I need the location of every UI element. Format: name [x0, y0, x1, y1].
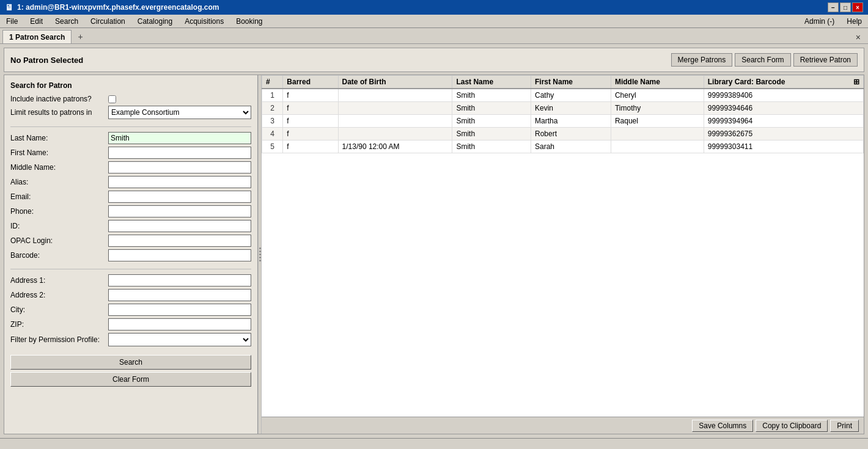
- phone-row: Phone:: [10, 205, 251, 217]
- filter-permission-select[interactable]: [108, 333, 251, 346]
- title-bar-controls: − □ ×: [828, 2, 863, 12]
- menu-acquisitions[interactable]: Acquisitions: [181, 16, 227, 27]
- results-panel: # Barred Date of Birth Last Name First N…: [262, 75, 864, 434]
- print-button[interactable]: Print: [830, 420, 859, 432]
- cell-lastname: Smith: [452, 102, 531, 115]
- no-patron-label: No Patron Selected: [10, 56, 83, 65]
- cell-barred: f: [283, 115, 338, 128]
- middle-name-input[interactable]: [108, 161, 251, 173]
- last-name-label: Last Name:: [10, 134, 108, 142]
- email-input[interactable]: [108, 191, 251, 203]
- cell-dob: [338, 128, 452, 141]
- col-header-num[interactable]: #: [262, 76, 283, 89]
- menu-file[interactable]: File: [2, 16, 21, 27]
- cell-barred: f: [283, 89, 338, 102]
- col-header-dob[interactable]: Date of Birth: [338, 76, 452, 89]
- minimize-button[interactable]: −: [828, 2, 839, 12]
- menu-bar: File Edit Search Circulation Cataloging …: [0, 15, 868, 28]
- col-header-lastname[interactable]: Last Name: [452, 76, 531, 89]
- address1-input[interactable]: [108, 274, 251, 287]
- col-header-firstname[interactable]: First Name: [531, 76, 611, 89]
- col-header-middlename[interactable]: Middle Name: [611, 76, 704, 89]
- table-row[interactable]: 1 f Smith Cathy Cheryl 99999389406: [262, 89, 864, 102]
- first-name-input[interactable]: [108, 147, 251, 159]
- include-inactive-checkbox[interactable]: [108, 95, 116, 103]
- results-tbody: 1 f Smith Cathy Cheryl 99999389406 2 f S…: [262, 89, 864, 153]
- table-row[interactable]: 4 f Smith Robert 99999362675: [262, 128, 864, 141]
- table-row[interactable]: 3 f Smith Martha Raquel 99999394964: [262, 115, 864, 128]
- id-row: ID:: [10, 220, 251, 232]
- maximize-button[interactable]: □: [840, 2, 851, 12]
- alias-row: Alias:: [10, 176, 251, 188]
- cell-dob: [338, 115, 452, 128]
- barcode-label: Barcode:: [10, 251, 108, 260]
- results-table-container: # Barred Date of Birth Last Name First N…: [262, 75, 864, 417]
- clear-form-button[interactable]: Clear Form: [10, 372, 251, 387]
- menu-circulation[interactable]: Circulation: [87, 16, 129, 27]
- search-panel: Search for Patron Include inactive patro…: [4, 75, 258, 434]
- close-button[interactable]: ×: [852, 2, 863, 12]
- opac-login-label: OPAC Login:: [10, 236, 108, 245]
- search-form-button[interactable]: Search Form: [735, 53, 790, 67]
- cell-firstname: Sarah: [531, 141, 611, 153]
- cell-dob: 1/13/90 12:00 AM: [338, 141, 452, 153]
- tab-bar: 1 Patron Search + ×: [0, 28, 868, 44]
- menu-cataloging[interactable]: Cataloging: [134, 16, 176, 27]
- phone-label: Phone:: [10, 207, 108, 216]
- retrieve-patron-button[interactable]: Retrieve Patron: [793, 53, 858, 67]
- zip-input[interactable]: [108, 318, 251, 330]
- include-inactive-row: Include inactive patrons?: [10, 95, 251, 103]
- cell-barcode: 99999362675: [704, 128, 863, 141]
- id-input[interactable]: [108, 220, 251, 232]
- phone-input[interactable]: [108, 205, 251, 217]
- address2-row: Address 2:: [10, 289, 251, 301]
- cell-barcode: 99999389406: [704, 89, 863, 102]
- cell-middlename: Timothy: [611, 102, 704, 115]
- alias-input[interactable]: [108, 176, 251, 188]
- cell-barcode: 99999394964: [704, 115, 863, 128]
- limit-results-row: Limit results to patrons in Example Cons…: [10, 106, 251, 119]
- cell-middlename: Raquel: [611, 115, 704, 128]
- cell-barred: f: [283, 102, 338, 115]
- cell-lastname: Smith: [452, 89, 531, 102]
- window-icon: 🖥: [5, 2, 13, 12]
- alias-label: Alias:: [10, 178, 108, 186]
- address2-input[interactable]: [108, 289, 251, 301]
- menu-booking[interactable]: Booking: [232, 16, 266, 27]
- address1-label: Address 1:: [10, 276, 108, 285]
- last-name-input[interactable]: [108, 132, 251, 144]
- email-row: Email:: [10, 191, 251, 203]
- tab-patron-search[interactable]: 1 Patron Search: [2, 30, 72, 43]
- menu-admin[interactable]: Admin (-): [801, 16, 838, 27]
- save-columns-button[interactable]: Save Columns: [692, 420, 753, 432]
- cell-lastname: Smith: [452, 128, 531, 141]
- window-close-icon[interactable]: ×: [851, 31, 866, 43]
- cell-middlename: [611, 141, 704, 153]
- first-name-label: First Name:: [10, 148, 108, 157]
- menu-help[interactable]: Help: [843, 16, 866, 27]
- cell-dob: [338, 102, 452, 115]
- copy-to-clipboard-button[interactable]: Copy to Clipboard: [756, 420, 828, 432]
- table-row[interactable]: 5 f 1/13/90 12:00 AM Smith Sarah 9999930…: [262, 141, 864, 153]
- city-input[interactable]: [108, 304, 251, 316]
- merge-patrons-button[interactable]: Merge Patrons: [671, 53, 733, 67]
- menu-search[interactable]: Search: [51, 16, 82, 27]
- barcode-input[interactable]: [108, 249, 251, 261]
- bottom-toolbar: Save Columns Copy to Clipboard Print: [262, 417, 864, 434]
- col-header-barred[interactable]: Barred: [283, 76, 338, 89]
- col-header-barcode[interactable]: Library Card: Barcode ⊞: [704, 76, 863, 89]
- table-row[interactable]: 2 f Smith Kevin Timothy 99999394646: [262, 102, 864, 115]
- search-button[interactable]: Search: [10, 355, 251, 370]
- menu-edit[interactable]: Edit: [26, 16, 46, 27]
- last-name-row: Last Name:: [10, 132, 251, 144]
- middle-name-row: Middle Name:: [10, 161, 251, 173]
- limit-results-select[interactable]: Example Consortium: [108, 106, 251, 119]
- cell-num: 2: [262, 102, 283, 115]
- title-bar: 🖥 1: admin@BR1-winxpvmfx.phasefx.evergre…: [0, 0, 868, 15]
- cell-num: 5: [262, 141, 283, 153]
- main-content: No Patron Selected Merge Patrons Search …: [0, 44, 868, 438]
- cell-firstname: Kevin: [531, 102, 611, 115]
- tab-add-button[interactable]: +: [73, 30, 87, 43]
- cell-num: 4: [262, 128, 283, 141]
- opac-login-input[interactable]: [108, 235, 251, 247]
